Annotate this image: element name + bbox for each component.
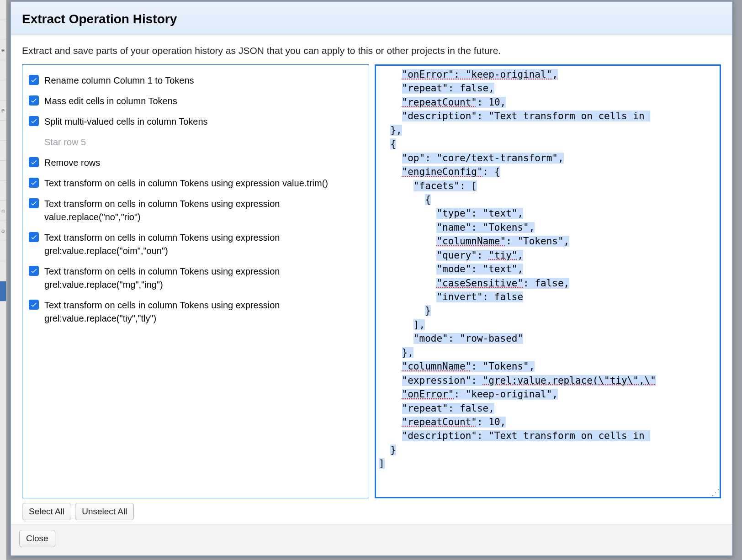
operation-item[interactable]: Rename column Column 1 to Tokens [29, 71, 362, 92]
operation-checkbox[interactable] [29, 266, 39, 276]
content-columns: Rename column Column 1 to TokensMass edi… [22, 64, 721, 498]
operation-label: Remove rows [44, 156, 100, 169]
operation-item[interactable]: Split multi-valued cells in column Token… [29, 112, 362, 133]
operation-item[interactable]: Text transform on cells in column Tokens… [29, 228, 362, 262]
operation-checkbox[interactable] [29, 300, 39, 310]
operation-item[interactable]: Star row 5 [29, 133, 362, 153]
operation-item[interactable]: Remove rows [29, 153, 362, 174]
operation-checkbox[interactable] [29, 232, 39, 242]
operation-item[interactable]: Mass edit cells in column Tokens [29, 92, 362, 112]
extract-history-dialog: Extract Operation History Extract and sa… [10, 1, 733, 556]
operation-item[interactable]: Text transform on cells in column Tokens… [29, 195, 362, 228]
operation-label: Mass edit cells in column Tokens [44, 95, 177, 108]
app-backdrop: e e no Extract Operation History Extract… [0, 0, 742, 560]
operations-list[interactable]: Rename column Column 1 to TokensMass edi… [22, 64, 369, 498]
operation-label: Split multi-valued cells in column Token… [44, 115, 208, 128]
dialog-footer: Close [11, 524, 732, 555]
operation-checkbox[interactable] [29, 178, 39, 188]
operation-label: Text transform on cells in column Tokens… [44, 265, 350, 291]
dialog-body: Extract and save parts of your operation… [11, 35, 732, 524]
dialog-title: Extract Operation History [22, 12, 721, 26]
dialog-header: Extract Operation History [11, 2, 732, 35]
selection-button-row: Select All Unselect All [22, 498, 721, 520]
operation-checkbox[interactable] [29, 95, 39, 106]
close-button[interactable]: Close [19, 530, 55, 547]
operation-label: Text transform on cells in column Tokens… [44, 299, 350, 325]
json-textarea[interactable]: "onError": "keep-original", "repeat": fa… [376, 66, 720, 497]
operation-label: Text transform on cells in column Tokens… [44, 177, 328, 190]
operation-item[interactable]: Text transform on cells in column Tokens… [29, 296, 362, 330]
background-ruler: e e no [0, 0, 6, 560]
operation-label: Rename column Column 1 to Tokens [44, 74, 194, 87]
operation-label: Star row 5 [44, 136, 86, 149]
dialog-intro: Extract and save parts of your operation… [22, 45, 721, 56]
operation-label: Text transform on cells in column Tokens… [44, 197, 350, 224]
resize-handle-icon[interactable]: ⋰ [711, 489, 719, 496]
operation-item[interactable]: Text transform on cells in column Tokens… [29, 174, 362, 195]
unselect-all-button[interactable]: Unselect All [75, 503, 134, 520]
operation-checkbox[interactable] [29, 116, 39, 126]
operation-checkbox[interactable] [29, 198, 39, 208]
json-output-panel: "onError": "keep-original", "repeat": fa… [375, 64, 721, 498]
select-all-button[interactable]: Select All [22, 503, 71, 520]
operation-label: Text transform on cells in column Tokens… [44, 231, 350, 258]
operation-item[interactable]: Text transform on cells in column Tokens… [29, 262, 362, 296]
operation-checkbox[interactable] [29, 75, 39, 85]
operation-checkbox[interactable] [29, 157, 39, 167]
